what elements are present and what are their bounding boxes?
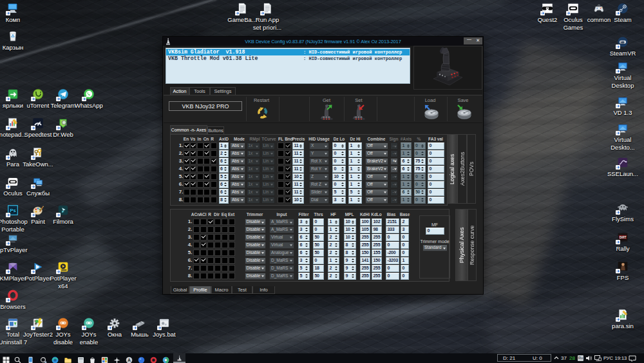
svg-text:DiRT: DiRT: [620, 236, 627, 239]
svg-text:A: A: [128, 358, 131, 362]
svg-text:VR: VR: [620, 41, 624, 44]
